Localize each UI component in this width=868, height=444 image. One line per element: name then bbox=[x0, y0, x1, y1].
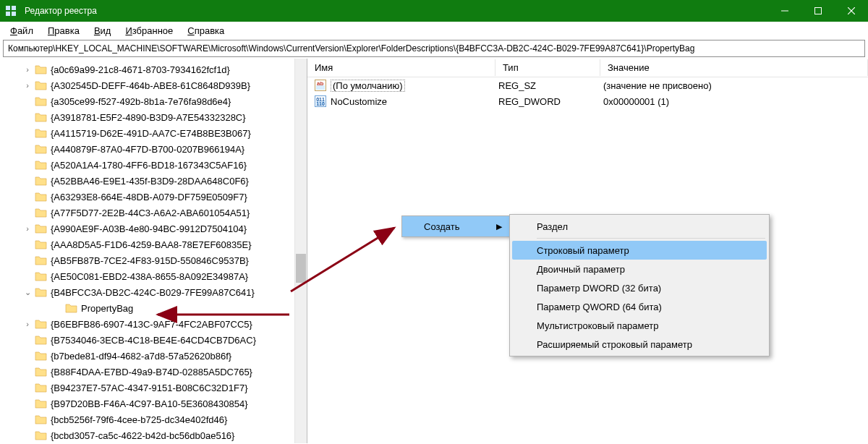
tree-item-label: {B6EBFB86-6907-413C-9AF7-4FC2ABF07CC5} bbox=[51, 319, 252, 330]
tree-scrollbar[interactable] bbox=[294, 59, 307, 443]
tree-item[interactable]: ›{A990AE9F-A03B-4e80-94BC-9912D7504104} bbox=[0, 221, 307, 236]
dword-value-icon bbox=[315, 95, 326, 107]
context-item[interactable]: Раздел bbox=[512, 217, 767, 236]
folder-icon bbox=[65, 302, 78, 315]
value-type: REG_SZ bbox=[498, 80, 603, 91]
svg-rect-9 bbox=[12, 6, 16, 10]
tree-item[interactable]: {A520A1A4-1780-4FF6-BD18-167343C5AF16} bbox=[0, 157, 307, 173]
value-name: NoCustomize bbox=[331, 96, 498, 107]
context-create[interactable]: Создать ▶ bbox=[402, 216, 509, 236]
tree-item[interactable]: {AE50C081-EBD2-438A-8655-8A092E34987A} bbox=[0, 268, 307, 284]
values-list[interactable]: (По умолчанию)REG_SZ(значение не присвое… bbox=[307, 77, 868, 109]
tree-item-label: {A440879F-87A0-4F7D-B700-0207B966194A} bbox=[51, 144, 244, 155]
menubar: Файл Правка Вид Избранное Справка bbox=[0, 22, 868, 39]
tree-item-label: {A520A1A4-1780-4FF6-BD18-167343C5AF16} bbox=[51, 160, 247, 171]
value-type: REG_DWORD bbox=[498, 96, 603, 107]
tree-item[interactable]: {a305ce99-f527-492b-8b1a-7e76fa98d6e4} bbox=[0, 93, 307, 109]
tree-item-label: {A990AE9F-A03B-4e80-94BC-9912D7504104} bbox=[51, 223, 247, 234]
chevron-right-icon[interactable]: › bbox=[22, 318, 33, 330]
chevron-right-icon[interactable]: › bbox=[22, 64, 33, 75]
tree-item[interactable]: {A4115719-D62E-491D-AA7C-E74B8BE3B067} bbox=[0, 125, 307, 141]
chevron-right-icon[interactable]: › bbox=[22, 223, 33, 234]
tree-item[interactable]: ›{A302545D-DEFF-464b-ABE8-61C8648D939B} bbox=[0, 77, 307, 93]
context-item[interactable]: Расширяемый строковый параметр bbox=[512, 335, 767, 354]
menu-view[interactable]: Вид bbox=[87, 24, 119, 38]
folder-icon bbox=[35, 413, 48, 426]
chevron-right-icon[interactable]: › bbox=[22, 80, 33, 91]
close-button[interactable] bbox=[835, 0, 868, 22]
menu-help[interactable]: Справка bbox=[180, 24, 231, 38]
tree-item-label: {A302545D-DEFF-464b-ABE8-61C8648D939B} bbox=[51, 80, 250, 91]
folder-icon bbox=[35, 238, 48, 251]
window-controls bbox=[768, 0, 868, 22]
chevron-down-icon[interactable]: ⌄ bbox=[22, 286, 33, 298]
tree-item[interactable]: {B94237E7-57AC-4347-9151-B08C6C32D1F7} bbox=[0, 380, 307, 396]
tree-item[interactable]: {A440879F-87A0-4F7D-B700-0207B966194A} bbox=[0, 141, 307, 157]
folder-icon bbox=[35, 142, 48, 155]
tree-item[interactable]: {B7534046-3ECB-4C18-BE4E-64CD4CB7D6AC} bbox=[0, 332, 307, 348]
tree-item-label: {AAA8D5A5-F1D6-4259-BAA8-78E7EF60835E} bbox=[51, 239, 252, 250]
tree-item[interactable]: ⌄{B4BFCC3A-DB2C-424C-B029-7FE99A87C641} bbox=[0, 284, 307, 300]
folder-icon bbox=[35, 79, 48, 92]
context-item[interactable]: Параметр QWORD (64 бита) bbox=[512, 297, 767, 316]
folder-icon bbox=[35, 95, 48, 108]
tree-item[interactable]: {A77F5D77-2E2B-44C3-A6A2-ABA601054A51} bbox=[0, 205, 307, 221]
window-title: Редактор реестра bbox=[22, 6, 768, 16]
col-type[interactable]: Тип bbox=[495, 59, 600, 76]
context-item-label: Расширяемый строковый параметр bbox=[537, 339, 692, 350]
values-header: Имя Тип Значение bbox=[307, 59, 868, 77]
folder-icon bbox=[35, 190, 48, 203]
folder-icon bbox=[35, 158, 48, 171]
tree-item[interactable]: {b7bede81-df94-4682-a7d8-57a52620b86f} bbox=[0, 348, 307, 364]
tree-item-label: {B97D20BB-F46A-4C97-BA10-5E3608430854} bbox=[51, 398, 247, 409]
tree-item-label: PropertyBag bbox=[81, 303, 133, 314]
context-item[interactable]: Двоичный параметр bbox=[512, 260, 767, 278]
value-row[interactable]: NoCustomizeREG_DWORD0x00000001 (1) bbox=[307, 93, 868, 109]
tree-item[interactable]: ›{a0c69a99-21c8-4671-8703-7934162fcf1d} bbox=[0, 61, 307, 77]
value-row[interactable]: (По умолчанию)REG_SZ(значение не присвое… bbox=[307, 77, 868, 93]
folder-icon bbox=[35, 286, 48, 299]
context-item-label: Раздел bbox=[537, 221, 568, 232]
address-text: Компьютер\HKEY_LOCAL_MACHINE\SOFTWARE\Mi… bbox=[8, 43, 694, 54]
tree-item[interactable]: {A52BBA46-E9E1-435f-B3D9-28DAA648C0F6} bbox=[0, 173, 307, 189]
tree-item[interactable]: {AB5FB87B-7CE2-4F83-915D-550846C9537B} bbox=[0, 252, 307, 268]
folder-icon bbox=[35, 254, 48, 267]
col-value[interactable]: Значение bbox=[600, 59, 868, 76]
tree-item[interactable]: {B88F4DAA-E7BD-49a9-B74D-02885A5DC765} bbox=[0, 364, 307, 380]
context-item[interactable]: Мультистроковый параметр bbox=[512, 316, 767, 335]
context-item-label: Строковый параметр bbox=[537, 245, 629, 256]
tree-item[interactable]: {AAA8D5A5-F1D6-4259-BAA8-78E7EF60835E} bbox=[0, 236, 307, 252]
tree-item[interactable]: {bcbd3057-ca5c-4622-b42d-bc56db0ae516} bbox=[0, 427, 307, 443]
context-item-label: Параметр QWORD (64 бита) bbox=[537, 302, 662, 312]
menu-edit[interactable]: Правка bbox=[41, 24, 87, 38]
tree-item-label: {b7bede81-df94-4682-a7d8-57a52620b86f} bbox=[51, 351, 231, 362]
context-item[interactable]: Строковый параметр bbox=[512, 241, 767, 260]
context-item-label: Мультистроковый параметр bbox=[537, 320, 659, 331]
context-submenu-parent: Создать ▶ bbox=[401, 215, 510, 237]
maximize-button[interactable] bbox=[801, 0, 835, 22]
scroll-thumb[interactable] bbox=[296, 254, 306, 283]
tree-item-label: {bcb5256f-79f6-4cee-b725-dc34e402fd46} bbox=[51, 414, 227, 425]
menu-favorites[interactable]: Избранное bbox=[118, 24, 180, 38]
tree-item[interactable]: {A3918781-E5F2-4890-B3D9-A7E54332328C} bbox=[0, 109, 307, 125]
svg-rect-10 bbox=[6, 12, 10, 16]
address-bar[interactable]: Компьютер\HKEY_LOCAL_MACHINE\SOFTWARE\Mi… bbox=[3, 40, 865, 57]
tree-item-label: {A77F5D77-2E2B-44C3-A6A2-ABA601054A51} bbox=[51, 208, 250, 218]
folder-icon bbox=[35, 429, 48, 442]
folder-icon bbox=[35, 174, 48, 187]
folder-icon bbox=[35, 333, 48, 346]
tree-item[interactable]: {B97D20BB-F46A-4C97-BA10-5E3608430854} bbox=[0, 396, 307, 411]
tree-item-label: {B4BFCC3A-DB2C-424C-B029-7FE99A87C641} bbox=[51, 287, 255, 298]
registry-tree[interactable]: ›{a0c69a99-21c8-4671-8703-7934162fcf1d}›… bbox=[0, 59, 307, 443]
tree-item[interactable]: {A63293E8-664E-48DB-A079-DF759E0509F7} bbox=[0, 189, 307, 205]
svg-rect-11 bbox=[12, 12, 16, 16]
tree-item[interactable]: {bcb5256f-79f6-4cee-b725-dc34e402fd46} bbox=[0, 411, 307, 427]
tree-item[interactable]: ›{B6EBFB86-6907-413C-9AF7-4FC2ABF07CC5} bbox=[0, 316, 307, 332]
tree-item[interactable]: PropertyBag bbox=[0, 300, 307, 316]
context-item[interactable]: Параметр DWORD (32 бита) bbox=[512, 278, 767, 297]
minimize-button[interactable] bbox=[768, 0, 801, 22]
menu-file[interactable]: Файл bbox=[3, 24, 41, 38]
string-value-icon bbox=[315, 80, 326, 91]
col-name[interactable]: Имя bbox=[307, 59, 495, 76]
svg-rect-13 bbox=[815, 8, 822, 14]
